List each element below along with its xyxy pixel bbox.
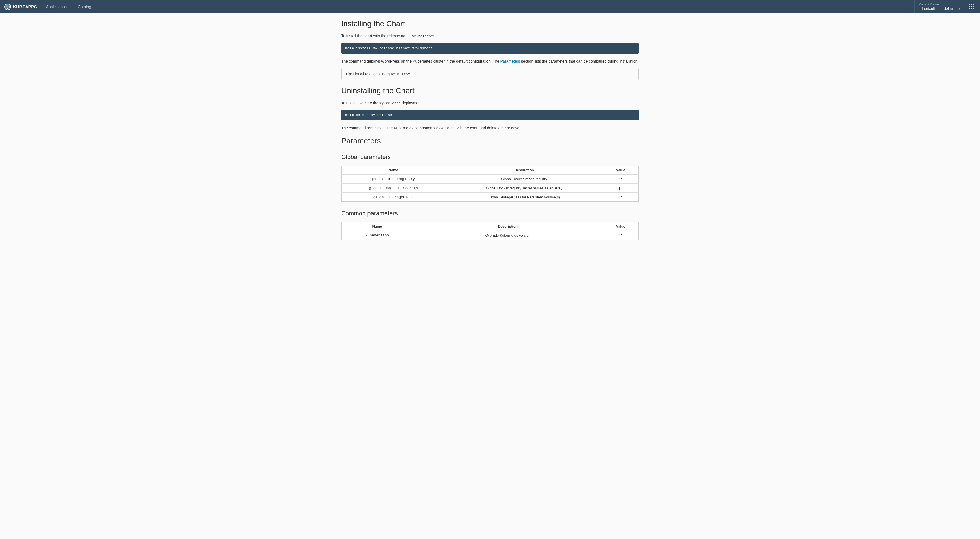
param-name: global.imagePullSecrets — [342, 183, 445, 193]
context-label: Current Context — [919, 3, 960, 6]
th-description: Description — [445, 166, 603, 175]
tip-text: : List all releases using — [351, 72, 391, 76]
param-name: global.imageRegistry — [342, 175, 445, 183]
heading-common-params: Common parameters — [341, 210, 639, 217]
text: The command deploys WordPress on the Kub… — [341, 59, 500, 64]
install-command: helm install my-release bitnami/wordpres… — [341, 43, 639, 54]
cluster-icon — [919, 7, 923, 10]
release-name-code: my-release — [412, 34, 433, 38]
param-description: Global StorageClass for Persistent Volum… — [445, 193, 603, 202]
param-value: "" — [603, 193, 638, 202]
apps-grid-icon — [969, 5, 974, 9]
context-cluster: default — [924, 6, 935, 11]
page-content: Installing the Chart To install the char… — [341, 13, 639, 254]
param-name: kubeVersion — [342, 231, 413, 240]
uninstalling-after: The command removes all the Kubernetes c… — [341, 125, 639, 131]
parameters-link[interactable]: Parameters — [500, 59, 520, 64]
tip-label: Tip — [345, 72, 351, 76]
delete-command: helm delete my-release — [341, 110, 639, 120]
nav-catalog[interactable]: Catalog — [72, 0, 97, 13]
param-description: Global Docker image registry — [445, 175, 603, 183]
table-row: global.imageRegistryGlobal Docker image … — [342, 175, 639, 183]
th-name: Name — [342, 166, 445, 175]
th-description: Description — [413, 222, 603, 231]
text: section lists the parameters that can be… — [520, 59, 638, 64]
context-namespace: default — [944, 6, 955, 11]
th-value: Value — [603, 222, 638, 231]
common-params-table: Name Description Value kubeVersionOverri… — [341, 222, 639, 240]
release-name-code: my-release — [379, 101, 401, 105]
param-name: global.storageClass — [342, 193, 445, 202]
main-nav: Applications Catalog — [40, 0, 97, 13]
param-value: "" — [603, 231, 638, 240]
app-header: KUBEAPPS Applications Catalog Current Co… — [0, 0, 980, 13]
nav-applications[interactable]: Applications — [40, 0, 72, 13]
context-values: default default ▾ — [919, 6, 960, 11]
text: To uninstall/delete the — [341, 101, 379, 105]
text: To install the chart with the release na… — [341, 33, 412, 38]
brand[interactable]: KUBEAPPS — [5, 3, 37, 10]
context-selector[interactable]: Current Context default default ▾ — [915, 0, 965, 13]
table-row: global.storageClassGlobal StorageClass f… — [342, 193, 639, 202]
tip-box: Tip: List all releases using helm list — [341, 68, 639, 80]
heading-parameters: Parameters — [341, 137, 639, 145]
table-row: global.imagePullSecretsGlobal Docker reg… — [342, 183, 639, 193]
text: : — [433, 33, 434, 38]
param-description: Global Docker registry secret names as a… — [445, 183, 603, 193]
chevron-down-icon: ▾ — [959, 7, 960, 10]
th-name: Name — [342, 222, 413, 231]
param-value: "" — [603, 175, 638, 183]
heading-uninstalling: Uninstalling the Chart — [341, 86, 639, 95]
uninstalling-intro: To uninstall/delete the my-release deplo… — [341, 100, 639, 106]
table-row: kubeVersionOverride Kubernetes version"" — [342, 231, 639, 240]
text: deployment: — [401, 101, 422, 105]
heading-installing: Installing the Chart — [341, 19, 639, 28]
brand-text: KUBEAPPS — [13, 5, 37, 9]
installing-intro: To install the chart with the release na… — [341, 33, 639, 39]
tip-code: helm list — [391, 72, 410, 77]
namespace-icon — [939, 7, 942, 10]
apps-menu-button[interactable] — [967, 3, 975, 11]
kubeapps-logo-icon — [5, 3, 11, 10]
th-value: Value — [603, 166, 638, 175]
installing-after: The command deploys WordPress on the Kub… — [341, 59, 639, 64]
param-value: [] — [603, 183, 638, 193]
param-description: Override Kubernetes version — [413, 231, 603, 240]
global-params-table: Name Description Value global.imageRegis… — [341, 166, 639, 202]
heading-global-params: Global parameters — [341, 153, 639, 161]
